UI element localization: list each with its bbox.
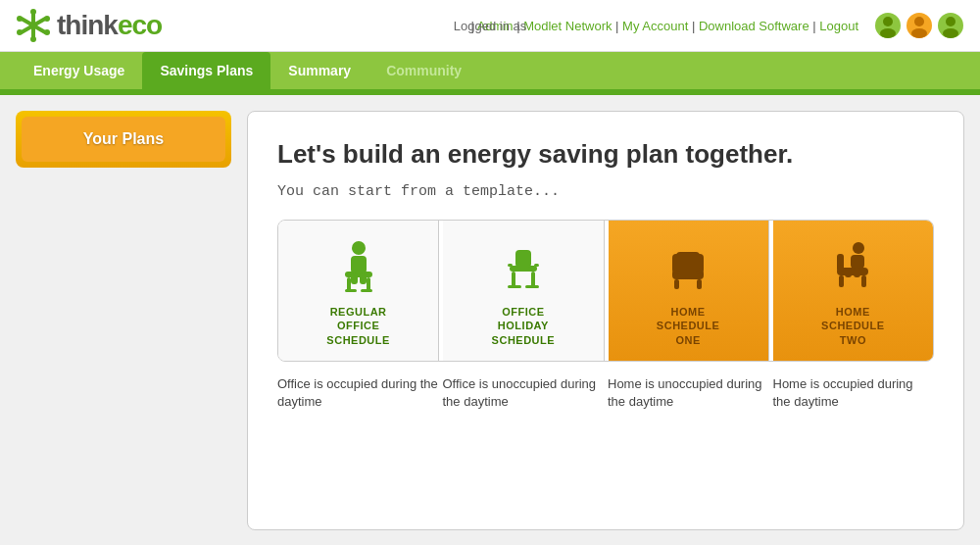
download-software-link[interactable]: Download Software xyxy=(699,19,809,33)
svg-rect-39 xyxy=(674,279,679,289)
svg-point-10 xyxy=(883,17,893,26)
templates-grid: REGULAROFFICESCHEDULE xyxy=(277,220,934,362)
svg-rect-26 xyxy=(360,272,367,284)
home-one-label: HOMESCHEDULEONE xyxy=(657,305,720,347)
modlet-network-link[interactable]: Modlet Network xyxy=(523,19,612,33)
content-subtitle: You can start from a template... xyxy=(277,183,934,200)
svg-point-3 xyxy=(30,9,36,15)
svg-rect-19 xyxy=(351,256,367,273)
content-panel: Let's build an energy saving plan togeth… xyxy=(247,111,964,530)
template-home-two[interactable]: HOMESCHEDULETWO xyxy=(773,221,933,361)
desc-regular-office: Office is occupied during the daytime xyxy=(277,375,439,411)
tab-community[interactable]: Community xyxy=(368,52,479,89)
svg-rect-34 xyxy=(534,264,539,267)
svg-rect-48 xyxy=(854,268,860,277)
svg-rect-30 xyxy=(531,272,535,287)
template-regular-office[interactable]: REGULAROFFICESCHEDULE xyxy=(278,221,439,361)
svg-point-13 xyxy=(914,17,924,26)
logo-icon xyxy=(16,8,51,43)
avatar-icon-3 xyxy=(937,12,964,39)
home-person-sitting-icon xyxy=(821,236,884,299)
svg-rect-45 xyxy=(839,275,844,287)
svg-point-5 xyxy=(17,16,23,22)
svg-rect-23 xyxy=(345,289,357,292)
svg-point-4 xyxy=(30,36,36,42)
logo: thinkeco xyxy=(16,8,162,43)
svg-rect-20 xyxy=(345,272,372,277)
svg-rect-29 xyxy=(512,272,515,287)
svg-rect-32 xyxy=(525,285,539,288)
svg-point-6 xyxy=(44,29,50,35)
svg-rect-44 xyxy=(837,254,844,272)
svg-point-11 xyxy=(880,28,896,38)
svg-point-8 xyxy=(44,16,50,22)
svg-rect-40 xyxy=(697,279,702,289)
svg-rect-28 xyxy=(515,250,531,268)
top-nav-links: | Admin | Modlet Network | My Account | … xyxy=(470,19,858,33)
svg-point-18 xyxy=(352,241,366,255)
tab-savings-plans[interactable]: Savings Plans xyxy=(142,52,270,89)
svg-point-7 xyxy=(17,29,23,35)
regular-office-label: REGULAROFFICESCHEDULE xyxy=(326,305,390,347)
main-layout: Your Plans Let's build an energy saving … xyxy=(0,95,980,545)
tab-summary[interactable]: Summary xyxy=(270,52,368,89)
svg-point-16 xyxy=(946,17,956,26)
svg-rect-38 xyxy=(676,252,700,272)
svg-point-41 xyxy=(853,242,864,254)
header: thinkeco Logged in as | Admin | Modlet N… xyxy=(0,0,980,52)
template-office-holiday[interactable]: OFFICEHOLIDAYSCHEDULE xyxy=(443,221,604,361)
avatar-icon-2 xyxy=(906,12,933,39)
office-chair-empty-icon xyxy=(492,236,555,299)
content-title: Let's build an energy saving plan togeth… xyxy=(277,139,934,170)
tab-energy-usage[interactable]: Energy Usage xyxy=(16,52,142,89)
svg-rect-33 xyxy=(508,264,513,267)
logout-link[interactable]: Logout xyxy=(819,19,858,33)
avatar-icons xyxy=(874,12,964,39)
logo-text: thinkeco xyxy=(57,10,162,41)
template-descriptions: Office is occupied during the daytime Of… xyxy=(277,375,934,411)
svg-rect-24 xyxy=(361,289,372,292)
svg-rect-21 xyxy=(347,277,351,291)
my-account-link[interactable]: My Account xyxy=(622,19,688,33)
desc-home-one: Home is unoccupied during the daytime xyxy=(608,375,769,411)
desc-office-holiday: Office is unoccupied during the daytime xyxy=(443,375,605,411)
logged-in-label: Logged in as xyxy=(454,19,526,33)
svg-rect-25 xyxy=(351,272,358,284)
svg-rect-31 xyxy=(508,285,521,288)
sidebar: Your Plans xyxy=(16,111,231,530)
avatar-icon-1 xyxy=(874,12,902,39)
svg-point-14 xyxy=(911,28,927,38)
office-person-sitting-icon xyxy=(327,236,390,299)
template-home-one[interactable]: HOMESCHEDULEONE xyxy=(609,221,769,361)
sidebar-item-label: Your Plans xyxy=(37,130,210,148)
desc-home-two: Home is occupied during the daytime xyxy=(773,375,935,411)
office-holiday-label: OFFICEHOLIDAYSCHEDULE xyxy=(492,305,556,347)
svg-rect-22 xyxy=(367,277,370,291)
sidebar-item-your-plans[interactable]: Your Plans xyxy=(16,111,231,168)
home-two-label: HOMESCHEDULETWO xyxy=(821,305,885,347)
svg-rect-42 xyxy=(851,255,864,269)
nav-bar: Energy Usage Savings Plans Summary Commu… xyxy=(0,52,980,89)
svg-point-17 xyxy=(943,28,958,38)
home-chair-empty-icon xyxy=(657,236,719,299)
svg-rect-47 xyxy=(845,268,852,277)
svg-rect-46 xyxy=(861,275,866,287)
